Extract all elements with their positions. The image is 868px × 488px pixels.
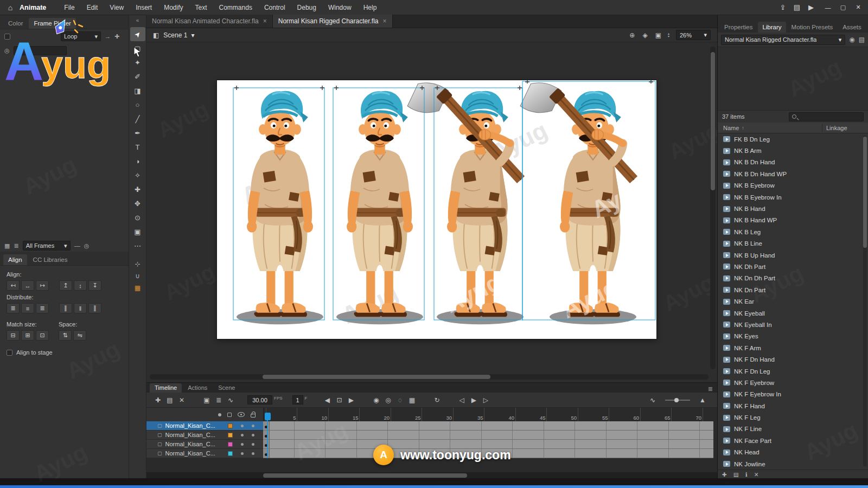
library-item[interactable]: FK B Dn Leg — [718, 133, 868, 145]
timeline-toolbar-icon[interactable]: ∿ — [225, 396, 237, 404]
canvas-hscrollbar[interactable] — [150, 374, 709, 380]
library-item[interactable]: NK B Dn Hand WP — [718, 168, 868, 179]
align-button[interactable]: ↕ — [74, 280, 87, 291]
window-button[interactable]: — — [820, 1, 835, 15]
tool-button[interactable]: ⋯ — [130, 239, 145, 253]
layer-frames-strip[interactable] — [263, 421, 713, 431]
library-item[interactable]: NK B Dn Hand — [718, 157, 868, 168]
document-tab[interactable]: Normal Kisan Rigged Character.fla × — [273, 15, 393, 28]
menu-item[interactable]: Debug — [291, 0, 322, 15]
timeline-toolbar-icon[interactable]: ✕ — [176, 396, 188, 404]
menu-item[interactable]: View — [104, 0, 130, 15]
panel-menu-icon[interactable]: ≣ — [708, 386, 713, 393]
pasteboard[interactable]: Ayug Ayug Ayug Ayug — [146, 42, 717, 382]
library-item[interactable]: NK Head — [718, 447, 868, 458]
tool-option-icon[interactable]: ▦ — [135, 284, 141, 292]
library-item[interactable]: NK B Hand — [718, 203, 868, 214]
align-button[interactable]: ↤ — [7, 280, 20, 291]
add-icon[interactable]: ✚ — [114, 33, 119, 40]
distribute-button[interactable]: ‖ — [74, 303, 87, 313]
layer-visibility-dot[interactable] — [241, 425, 244, 427]
match-size-button[interactable]: ⊡ — [36, 330, 49, 341]
library-item[interactable]: NK Eyes — [718, 331, 868, 342]
tab-close-icon[interactable]: × — [263, 17, 267, 25]
library-item[interactable]: NK F Hand — [718, 400, 868, 412]
new-library-panel-icon[interactable]: ▤ — [859, 36, 865, 43]
library-item[interactable]: NK Dn Part — [718, 284, 868, 296]
library-item[interactable]: NK Jowline — [718, 458, 868, 470]
panel-tab[interactable]: Properties — [720, 22, 757, 33]
space-button[interactable]: ⇋ — [73, 330, 86, 341]
loop-select[interactable]: Loop▾ — [61, 31, 101, 41]
library-item[interactable]: NK F Line — [718, 423, 868, 435]
timeline-layer-row[interactable]: ▢ Normal_Kisan_C... — [146, 421, 717, 431]
library-item[interactable]: NK Dn Dh Part — [718, 273, 868, 284]
timeline-toolbar-icon[interactable]: ▶ — [345, 396, 357, 404]
frame-picker-checkbox[interactable] — [4, 34, 10, 40]
timeline-toolbar-icon[interactable]: ◀ — [321, 396, 333, 404]
layer-name-cell[interactable]: ▢ Normal_Kisan_C... — [146, 431, 263, 440]
align-button[interactable]: ↦ — [36, 280, 49, 291]
zoom-stepper[interactable]: ▴▾ — [668, 33, 669, 38]
current-frame-input[interactable]: 1 — [292, 395, 303, 404]
timeline-zoom-slider[interactable] — [665, 400, 690, 401]
layer-visibility-dot[interactable] — [241, 452, 244, 455]
tool-button[interactable]: ╱ — [130, 112, 145, 126]
space-button[interactable]: ⇅ — [59, 330, 72, 341]
distribute-button[interactable]: ≣ — [36, 303, 49, 313]
tool-button[interactable]: ✐ — [130, 69, 145, 84]
library-item[interactable]: NK Ear — [718, 296, 868, 307]
home-icon[interactable]: ⌂ — [4, 3, 16, 12]
tool-button[interactable]: ○ — [130, 98, 145, 112]
document-tab[interactable]: Normal Kisan Animated Character.fla × — [146, 15, 273, 28]
canvas-vscrollbar[interactable] — [710, 47, 716, 369]
stage-view-icon[interactable]: ⊕ — [629, 31, 635, 39]
library-item[interactable]: NK Dh Part — [718, 261, 868, 272]
farmer-character[interactable] — [237, 91, 323, 325]
timeline-size-icon[interactable]: ▲ — [697, 396, 709, 404]
layer-name-cell[interactable]: ▢ Normal_Kisan_C... — [146, 449, 263, 458]
library-item[interactable]: NK B Eyebrow — [718, 180, 868, 191]
timeline-toolbar-icon[interactable]: ↻ — [431, 396, 443, 404]
library-item[interactable]: NK B Eyebrow In — [718, 191, 868, 203]
grid-view-icon[interactable]: ▦ — [4, 242, 10, 249]
highlight-column-icon[interactable] — [218, 413, 221, 416]
tool-button[interactable]: ✥ — [130, 196, 145, 210]
timeline-tab[interactable]: Scene — [213, 383, 240, 393]
layer-outline-color[interactable] — [228, 442, 233, 447]
column-divider[interactable] — [822, 124, 822, 132]
stage-view-icon[interactable]: ◈ — [642, 31, 647, 39]
library-item[interactable]: NK F Dn Hand — [718, 354, 868, 365]
tool-button[interactable]: T — [130, 140, 145, 154]
library-search[interactable] — [789, 112, 864, 121]
link-icon[interactable]: → — [105, 33, 111, 40]
tab-close-icon[interactable]: × — [383, 17, 387, 25]
timeline-toolbar-icon[interactable]: ✚ — [152, 396, 164, 404]
panel-tab[interactable]: Motion Presets — [787, 22, 838, 33]
library-item[interactable]: NK F Dn Leg — [718, 365, 868, 377]
menu-item[interactable]: Window — [322, 0, 358, 15]
delete-item-icon[interactable]: ✕ — [754, 471, 759, 478]
library-document-select[interactable]: Normal Kisan Rigged Character.fla ▾ — [721, 35, 845, 45]
align-button[interactable]: ↥ — [59, 280, 72, 291]
distribute-button[interactable]: ≡ — [21, 303, 34, 313]
pin-library-icon[interactable]: ◉ — [849, 36, 854, 43]
distribute-button[interactable]: ∥ — [59, 303, 72, 313]
library-item[interactable]: NK F Leg — [718, 412, 868, 423]
library-item[interactable]: NK B Up Hand — [718, 249, 868, 261]
timeline-tab[interactable]: Timeline — [150, 383, 182, 393]
timeline-toolbar-icon[interactable]: ▤ — [164, 396, 176, 404]
tool-button[interactable]: ✧ — [130, 168, 145, 182]
target-icon[interactable]: ◎ — [84, 242, 90, 249]
window-button[interactable]: ✕ — [851, 1, 866, 15]
scrollbar-thumb[interactable] — [263, 473, 467, 478]
menu-item[interactable]: Text — [189, 0, 213, 15]
collapse-panel-icon[interactable]: « — [136, 17, 139, 27]
list-view-icon[interactable]: ≣ — [14, 242, 18, 249]
frame-name-input[interactable] — [14, 46, 67, 55]
library-item[interactable]: NK Eyeball — [718, 307, 868, 319]
scene-selector[interactable]: Scene 1 ▾ — [163, 31, 194, 39]
titlebar-icon[interactable]: ⇪ — [776, 3, 790, 11]
menu-item[interactable]: File — [58, 0, 80, 15]
library-item[interactable]: NK Eyeball In — [718, 319, 868, 330]
